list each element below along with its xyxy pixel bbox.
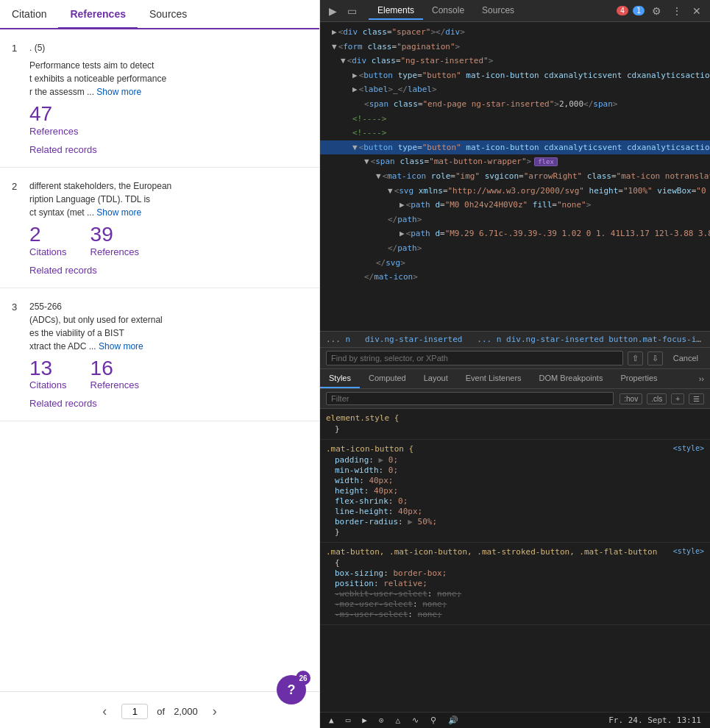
related-records-link[interactable]: Related records <box>29 265 305 276</box>
devtools-panel: ▶ ▭ Elements Console Sources 4 1 ⚙ ⋮ ✕ ▶… <box>320 0 710 728</box>
pagination-bar: ‹ of 2,000 › <box>0 691 319 728</box>
dom-line: <!----> <box>320 112 710 126</box>
selected-dom-line: ▼<button type="button" mat-icon-button c… <box>320 140 710 155</box>
add-rule-button[interactable]: + <box>671 393 684 404</box>
page-total: 2,000 <box>174 706 198 717</box>
dom-line: ▼<div class="ng-star-inserted"> <box>320 54 710 68</box>
tab-layout[interactable]: Layout <box>415 369 457 388</box>
dom-line: ▼<mat-icon role="img" svgicon="arrowRigh… <box>320 169 710 184</box>
dom-tree[interactable]: ▶<div class="spacer"></div> ▼<form class… <box>320 22 710 331</box>
system-bar: ▲ ▭ ▶ ⊙ △ ∿ ⚲ 🔊 Fr. 24. Sept. 13:11 <box>320 712 710 728</box>
system-icon-4: ⊙ <box>379 715 384 725</box>
stat-label: References <box>90 246 139 257</box>
show-more-link[interactable]: Show more <box>96 87 141 97</box>
related-records-link[interactable]: Related records <box>29 398 305 409</box>
show-more-link[interactable]: Show more <box>96 207 141 218</box>
stat-references: 39 References <box>90 224 139 257</box>
filter-right: :hov .cls + ☰ <box>620 393 704 404</box>
devtools-icon-group: ▶ ▭ <box>326 4 360 18</box>
toggle-sidebar-button[interactable]: ☰ <box>689 393 704 404</box>
dom-line: ▶<label>_</label> <box>320 82 710 97</box>
stat-label: Citations <box>29 379 67 390</box>
find-prev-button[interactable]: ⇧ <box>628 351 643 365</box>
dom-line: </mat-icon> <box>320 270 710 285</box>
breadcrumb-ellipsis: ... <box>326 335 341 344</box>
next-page-button[interactable]: › <box>207 701 223 722</box>
css-selector: .mat-icon-button { <box>326 444 413 454</box>
prev-page-button[interactable]: ‹ <box>96 701 113 722</box>
error-badge: 4 <box>617 6 628 15</box>
css-rule: flex-shrink: 0; <box>326 496 704 506</box>
system-icon-search: ⚲ <box>430 715 436 725</box>
devtools-tabs: Elements Console Sources <box>369 2 523 20</box>
find-input[interactable] <box>326 351 623 365</box>
tab-console[interactable]: Console <box>423 2 473 20</box>
record-number: 1 <box>12 41 24 54</box>
css-selector: element.style { <box>326 413 704 423</box>
dom-line: ▼<svg xmlns="http://www.w3.org/2000/svg"… <box>320 184 710 199</box>
stat-label: References <box>90 379 139 390</box>
more-tabs-button[interactable]: ›› <box>693 369 710 388</box>
css-rule: -moz-user-select: none; <box>326 599 704 609</box>
tab-event-listeners[interactable]: Event Listeners <box>457 369 530 388</box>
filter-bar: :hov .cls + ☰ <box>320 389 710 409</box>
breadcrumb-div[interactable]: div.ng-star-inserted <box>365 335 462 344</box>
style-source: <style> <box>673 547 704 558</box>
stat-references: 16 References <box>90 357 139 391</box>
settings-icon[interactable]: ⚙ <box>649 4 664 18</box>
close-icon[interactable]: ✕ <box>689 4 704 18</box>
tab-elements[interactable]: Elements <box>369 2 423 20</box>
dom-line: </path> <box>320 213 710 227</box>
cls-button[interactable]: .cls <box>647 393 667 404</box>
related-records-link[interactable]: Related records <box>29 144 305 155</box>
tab-dom-breakpoints[interactable]: DOM Breakpoints <box>530 369 612 388</box>
system-icon-sound: 🔊 <box>448 715 458 725</box>
system-time: Fr. 24. Sept. 13:11 <box>608 715 701 725</box>
system-icon-wifi: ∿ <box>412 715 419 725</box>
stat-number: 13 <box>29 357 67 380</box>
css-rule: position: relative; <box>326 579 704 588</box>
find-bar: ⇧ ⇩ Cancel <box>320 348 710 369</box>
css-close: } <box>326 527 704 537</box>
filter-input[interactable] <box>326 392 614 405</box>
tab-citation[interactable]: Citation <box>0 0 58 28</box>
tab-computed[interactable]: Computed <box>360 369 415 388</box>
device-icon[interactable]: ▭ <box>344 4 360 18</box>
stat-number: 47 <box>29 103 78 126</box>
breadcrumb-button[interactable]: ... n div.ng-star-inserted button.mat-fo… <box>477 335 710 344</box>
devtools-topbar: ▶ ▭ Elements Console Sources 4 1 ⚙ ⋮ ✕ <box>320 0 710 22</box>
tab-properties[interactable]: Properties <box>611 369 666 388</box>
css-rule: height: 40px; <box>326 486 704 496</box>
element-style-block: element.style { } <box>320 409 710 440</box>
css-rule: padding: ▶ 0; <box>326 455 704 465</box>
record-stats: 13 Citations 16 References <box>29 357 305 391</box>
find-next-button[interactable]: ⇩ <box>647 351 663 365</box>
css-rule: line-height: 40px; <box>326 507 704 516</box>
css-close: } <box>326 424 704 434</box>
tab-sources-devtools[interactable]: Sources <box>473 2 523 20</box>
help-fab-button[interactable]: ? 26 <box>277 675 306 704</box>
styles-panel: element.style { } .mat-icon-button { <st… <box>320 409 710 712</box>
stat-citations: 13 Citations <box>29 357 67 391</box>
page-input[interactable] <box>121 704 148 719</box>
records-list: 1 . (5) Performance tests aim to detectt… <box>0 29 319 691</box>
record-text: different stakeholders, the Europeanript… <box>29 179 305 219</box>
dom-line: ▼<form class="pagination"> <box>320 40 710 54</box>
help-icon: ? <box>288 682 296 698</box>
mat-icon-button-block: .mat-icon-button { <style> padding: ▶ 0;… <box>320 440 710 543</box>
tab-styles[interactable]: Styles <box>320 369 360 388</box>
hov-button[interactable]: :hov <box>620 393 642 404</box>
system-icon-1: ▲ <box>329 715 334 725</box>
system-icon-2: ▭ <box>346 715 351 725</box>
dom-line: ▼<span class="mat-button-wrapper">flex <box>320 154 710 169</box>
tab-sources[interactable]: Sources <box>138 0 199 28</box>
tab-references[interactable]: References <box>58 0 138 29</box>
record-number: 3 <box>12 300 24 313</box>
find-cancel-button[interactable]: Cancel <box>667 352 704 364</box>
show-more-link[interactable]: Show more <box>99 341 143 351</box>
inspect-icon[interactable]: ▶ <box>326 4 340 18</box>
style-source: <style> <box>673 444 704 455</box>
more-icon[interactable]: ⋮ <box>669 4 685 18</box>
record-text: Performance tests aim to detectt exhibit… <box>29 59 305 99</box>
left-top-tabs: Citation References Sources <box>0 0 319 29</box>
